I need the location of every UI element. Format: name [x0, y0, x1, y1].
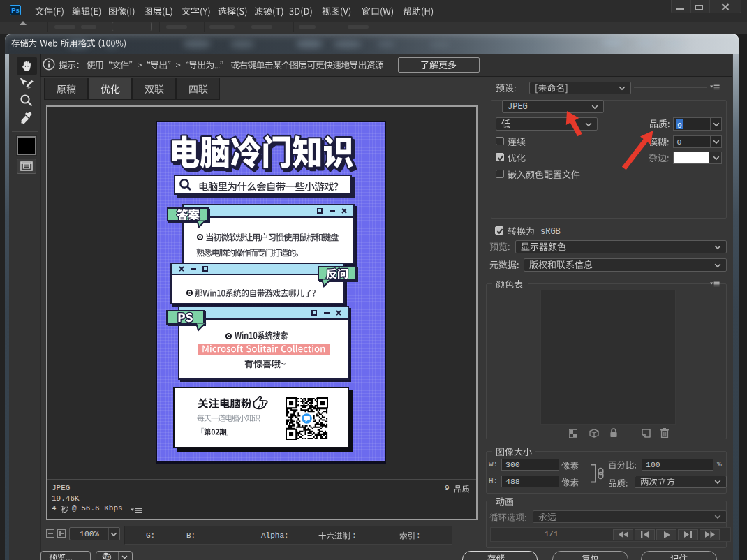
svg-text:?: ? — [107, 554, 110, 559]
